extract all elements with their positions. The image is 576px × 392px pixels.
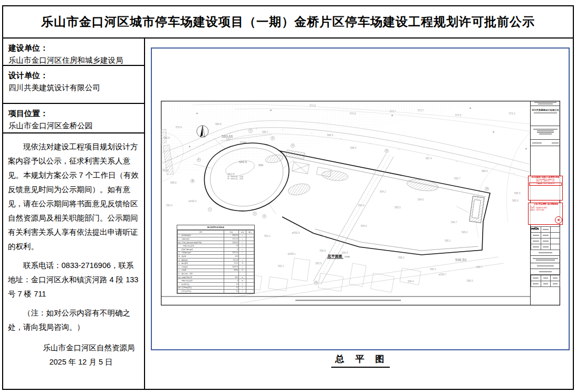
svg-text:11: 11 <box>386 150 388 152</box>
svg-text:589.5: 589.5 <box>162 169 169 172</box>
drawing-caption-text: 总 平 图 <box>331 353 390 368</box>
indicator-table: 综合经济技术指标表 项目数值 单位备注 一、规划用地面积2066.26㎡二、总建… <box>177 225 255 294</box>
svg-text:589.8: 589.8 <box>170 181 177 184</box>
svg-text:585.8: 585.8 <box>512 199 519 202</box>
svg-text:1F（绝对标高）+4.30: 1F（绝对标高）+4.30 <box>227 176 243 178</box>
svg-text:▲: ▲ <box>188 145 191 148</box>
section-design-unit: 设计单位： 四川共美建筑设计有限公司 <box>3 66 144 104</box>
info-sidebar: 建设单位： 乐山市金口河区住房和城乡建设局 设计单位： 四川共美建筑设计有限公司… <box>3 39 145 389</box>
svg-text:596.5: 596.5 <box>467 280 473 282</box>
indicator-table-title: 综合经济技术指标表 <box>177 225 254 230</box>
svg-text:594.7: 594.7 <box>451 221 457 224</box>
public-notice-page: 乐山市金口河区城市停车场建设项目（一期）金桥片区停车场建设工程规划许可批前公示 … <box>2 5 574 390</box>
indicator-row: 十、机动车泊位22个 <box>178 282 254 286</box>
notice-date: 2025 年 12 月 5 日 <box>8 355 139 369</box>
indicator-row: 四、容积率0.59 <box>178 255 254 259</box>
construction-unit-label: 建设单位： <box>8 42 139 54</box>
section-project-location: 项目位置： 乐山市金口河区金桥公园 <box>3 104 144 133</box>
indicator-row: 七、绿地面积1418.76㎡ <box>178 265 254 269</box>
site-plan-image-frame: 573.8573.8573.7573.7573.6573.3576.8589.8… <box>151 47 570 350</box>
svg-text:596.4: 596.4 <box>408 280 414 283</box>
svg-text:4: 4 <box>254 213 255 215</box>
titleblock-cert-row <box>531 101 560 106</box>
signature-grid <box>531 226 560 287</box>
indicator-row: 二、总建筑面积1215.13㎡ <box>178 237 254 241</box>
indicator-row: 九、建筑层数、高度 <box>178 272 254 276</box>
notice-paragraph: 现依法对建设工程项目规划设计方案内容予以公示，征求利害关系人意见。本规划方案公示… <box>8 140 139 254</box>
review-stamp-number: 川建审字（2025）第 035 号 <box>529 183 562 185</box>
titleblock: 四川共美建筑设计有限公司 四川省建设工程设计方案审查专用章 四川共美建筑设计有限… <box>530 101 560 305</box>
svg-text:573.8: 573.8 <box>350 112 356 115</box>
svg-text:6: 6 <box>272 137 273 139</box>
svg-text:5: 5 <box>250 130 251 132</box>
svg-text:594.9: 594.9 <box>342 252 348 254</box>
header: 乐山市金口河区城市停车场建设项目（一期）金桥片区停车场建设工程规划许可批前公示 <box>3 6 573 39</box>
svg-text:1F（相对标高）+4.85: 1F（相对标高）+4.85 <box>227 178 243 180</box>
svg-text:595.8: 595.8 <box>320 250 326 252</box>
svg-text:停车场 1F: 停车场 1F <box>227 173 235 175</box>
svg-text:573.6: 573.6 <box>455 114 462 117</box>
svg-text:595.7: 595.7 <box>476 266 483 269</box>
svg-text:4: 4 <box>228 138 229 140</box>
indicator-row: 三、计容建筑面积1215.13㎡ <box>178 251 254 255</box>
svg-text:▲: ▲ <box>196 111 198 114</box>
svg-text:594.0: 594.0 <box>418 198 424 201</box>
svg-text:592.1: 592.1 <box>278 265 284 267</box>
design-company-name: 四川共美建筑设计有限公司 <box>532 109 559 111</box>
svg-text:6: 6 <box>264 215 265 217</box>
svg-text:589.8: 589.8 <box>164 137 170 139</box>
project-location-label: 项目位置： <box>8 108 139 119</box>
svg-text:589.7: 589.7 <box>262 131 268 133</box>
svg-text:590: 590 <box>258 164 263 167</box>
svg-text:586.6: 586.6 <box>482 170 488 173</box>
svg-text:⊕595.1: ⊕595.1 <box>287 253 296 255</box>
indicator-row: 其中 配建停车楼 3F9.95m <box>178 275 254 279</box>
svg-text:594.0: 594.0 <box>361 225 367 227</box>
section-construction-unit: 建设单位： 乐山市金口河区住房和城乡建设局 <box>3 39 144 66</box>
svg-text:595.9: 595.9 <box>315 262 322 265</box>
titleblock-company: 四川共美建筑设计有限公司 <box>531 106 560 126</box>
svg-text:8: 8 <box>292 145 293 147</box>
svg-text:589.8: 589.8 <box>215 123 222 126</box>
svg-text:▲: ▲ <box>525 147 527 150</box>
svg-text:10: 10 <box>315 282 317 284</box>
svg-text:13: 13 <box>486 188 488 190</box>
design-unit-label: 设计单位： <box>8 70 139 81</box>
indicator-row: 八、绿地率68.66% <box>178 269 254 272</box>
indicator-row: 已建公共卫生间76㎡ <box>178 244 254 248</box>
indicator-row: (2)地下建筑面积0㎡ <box>178 247 254 251</box>
page-title: 乐山市金口河区城市停车场建设项目（一期）金桥片区停车场建设工程规划许可批前公示 <box>41 14 535 30</box>
svg-text:592.2: 592.2 <box>264 235 271 237</box>
titleblock-empty <box>531 146 560 176</box>
svg-text:▲: ▲ <box>469 106 472 109</box>
indicator-row: 其中 (1)充电桩车位12个 <box>178 286 254 290</box>
svg-text:⊕596.7: ⊕596.7 <box>438 273 447 276</box>
indicator-table-body: 一、规划用地面积2066.26㎡二、总建筑面积1215.13㎡其中 (1)地上建… <box>178 234 254 293</box>
svg-text:595.1: 595.1 <box>445 240 451 242</box>
svg-text:589.6: 589.6 <box>239 160 247 164</box>
note-paragraph: （注：如对公示内容有不明确之处，请向我局咨询。） <box>8 306 139 334</box>
review-stamp: 四川省建设工程设计方案审查专用章 四川共美建筑设计有限公司 建设行业（建筑设计）… <box>528 176 563 200</box>
svg-text:576.8: 576.8 <box>176 126 182 129</box>
design-unit-value: 四川共美建筑设计有限公司 <box>8 81 139 94</box>
svg-text:573.3: 573.3 <box>509 112 515 115</box>
svg-text:▲: ▲ <box>270 108 272 111</box>
architect-valid-label: 有效期：2027年04月 <box>530 209 562 212</box>
svg-text:⊕590.0: ⊕590.0 <box>188 200 197 203</box>
issuing-authority: 乐山市金口河区自然资源局 <box>8 341 139 355</box>
round-seal-icon: ★ <box>555 216 562 224</box>
svg-text:596.50: 596.50 <box>455 258 467 262</box>
indicator-row: 已建公共卫生间4m <box>178 279 254 283</box>
svg-text:573.7: 573.7 <box>390 110 396 113</box>
svg-text:590.0: 590.0 <box>166 204 172 207</box>
indicator-row: 一、规划用地面积2066.26㎡ <box>178 234 254 237</box>
svg-text:589.3: 589.3 <box>327 134 333 137</box>
svg-text:总平面图: 总平面图 <box>327 254 342 259</box>
review-stamp-grade: 建设行业（建筑设计）乙级 <box>529 180 562 183</box>
indicator-row: 五、基底面积312.43㎡ <box>178 258 254 262</box>
sheet-footer-text-bar <box>295 300 401 301</box>
svg-text:⊕592.4: ⊕592.4 <box>292 232 300 234</box>
svg-text:1:500: 1:500 <box>344 255 350 258</box>
indicator-row: 六、建筑密度15.12% <box>178 262 254 265</box>
svg-text:595.2: 595.2 <box>430 268 436 271</box>
